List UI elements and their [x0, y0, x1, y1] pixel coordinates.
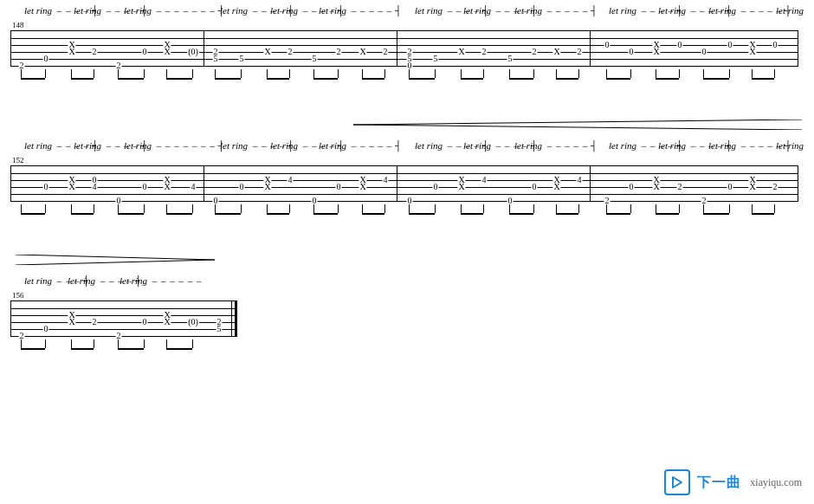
rhythm-stem	[338, 204, 339, 213]
let-ring-label: let ring	[124, 140, 152, 151]
tab-staff: X0X0X40X40X4X40X0X00X4X40X0X00XX0X20X222	[10, 165, 798, 202]
rhythm-beam	[71, 213, 94, 215]
tab-staff: XXX20X(0)0222X22X25552X22X255500X00X00X0…	[10, 30, 798, 67]
rhythm-beam	[362, 78, 384, 80]
rhythm-beam	[267, 213, 289, 215]
staff-line	[11, 194, 798, 195]
staff-line	[11, 59, 798, 60]
rhythm-beam	[656, 78, 679, 80]
staff-line	[11, 38, 798, 39]
rhythm-stem	[267, 204, 268, 213]
barline	[231, 301, 232, 336]
let-ring-label: let ring	[24, 5, 52, 16]
tab-note: 0	[336, 184, 342, 191]
tab-note: 2	[577, 48, 583, 55]
rhythm-stem	[630, 204, 631, 213]
final-barline	[235, 300, 237, 337]
rhythm-beam	[409, 213, 435, 215]
tab-note: X	[163, 184, 171, 191]
tab-note: 0	[312, 197, 318, 204]
rhythm-beam	[461, 78, 483, 80]
rhythm-stem	[556, 204, 557, 213]
rhythm-beam	[703, 78, 729, 80]
let-ring-label: let ring	[463, 5, 491, 16]
let-ring-label: let ring	[658, 140, 686, 151]
let-ring-row: let ring – – – –┤let ring – – – –┤let ri…	[16, 5, 804, 19]
let-ring-label: let ring	[415, 5, 443, 16]
rhythm-beam	[71, 348, 94, 350]
tab-note: 2	[772, 184, 778, 191]
tab-note: X	[68, 184, 75, 191]
tab-note: 2	[677, 184, 683, 191]
tab-note: 0	[507, 197, 514, 204]
rhythm-beam	[118, 348, 144, 350]
let-ring-label: let ring	[609, 140, 636, 151]
tab-note: 2	[116, 62, 122, 69]
rhythm-row	[10, 69, 804, 83]
rhythm-beam	[752, 78, 774, 80]
tab-note: 0	[677, 42, 683, 48]
rhythm-stem	[409, 204, 410, 213]
rhythm-beam	[118, 213, 144, 215]
let-ring-label: let ring	[74, 140, 101, 151]
let-ring-marking: let ring – – – – –┤	[514, 5, 601, 16]
tab-note: 5	[213, 55, 219, 62]
rhythm-stem	[289, 204, 290, 213]
brand-en: xiayiqu.com	[750, 476, 802, 489]
rhythm-stem	[435, 204, 436, 213]
tab-note: 2	[604, 197, 610, 204]
logo-icon	[664, 469, 690, 495]
tab-note: 0	[142, 319, 148, 326]
rhythm-stem	[578, 204, 579, 213]
tab-note: 4	[481, 177, 488, 184]
tab-note: 4	[92, 184, 98, 191]
barline	[204, 31, 204, 66]
let-ring-marking: let ring	[776, 5, 805, 16]
rhythm-stem	[533, 204, 534, 213]
rhythm-beam	[166, 348, 192, 350]
rhythm-stem	[313, 204, 314, 213]
staff-line	[11, 322, 236, 323]
rhythm-stem	[409, 69, 410, 78]
rhythm-stem	[267, 69, 268, 78]
rhythm-stem	[630, 69, 631, 78]
tab-note: X	[68, 48, 75, 55]
let-ring-label: let ring	[319, 5, 346, 16]
rhythm-stem	[384, 204, 385, 213]
let-ring-label: let ring	[124, 5, 152, 16]
rhythm-beam	[215, 78, 241, 80]
rhythm-beam	[313, 213, 338, 215]
rhythm-stem	[192, 204, 193, 213]
rhythm-stem	[118, 339, 119, 348]
tab-system: let ring – – – –┤let ring – – – –┤let ri…	[10, 120, 804, 218]
rhythm-beam	[21, 348, 45, 350]
rhythm-stem	[606, 69, 607, 78]
tab-note: 2	[481, 48, 488, 55]
rhythm-stem	[384, 69, 385, 78]
rhythm-beam	[606, 213, 630, 215]
tab-note: 0	[604, 42, 610, 48]
tab-note: 0	[43, 184, 49, 191]
tab-note: X	[359, 184, 366, 191]
rhythm-stem	[45, 69, 46, 78]
rhythm-beam	[21, 213, 45, 215]
rhythm-stem	[215, 204, 216, 213]
tab-note: (0)	[187, 48, 199, 55]
rhythm-stem	[289, 69, 290, 78]
tab-note: X	[552, 184, 560, 191]
tab-note: 0	[727, 184, 733, 191]
rhythm-stem	[118, 69, 119, 78]
tab-note: 2	[701, 197, 707, 204]
tab-note: 0	[43, 55, 49, 62]
barline	[397, 31, 397, 66]
tab-note: X	[263, 184, 271, 191]
tab-note: 0	[629, 48, 635, 55]
let-ring-label: let ring	[658, 5, 686, 16]
rhythm-stem	[94, 339, 94, 348]
let-ring-row: let ring – – –┤let ring – – – –┤let ring…	[16, 275, 804, 289]
tab-note: 0	[629, 184, 635, 191]
rhythm-stem	[21, 204, 22, 213]
rhythm-beam	[606, 78, 630, 80]
rhythm-stem	[192, 339, 193, 348]
rhythm-stem	[729, 204, 730, 213]
